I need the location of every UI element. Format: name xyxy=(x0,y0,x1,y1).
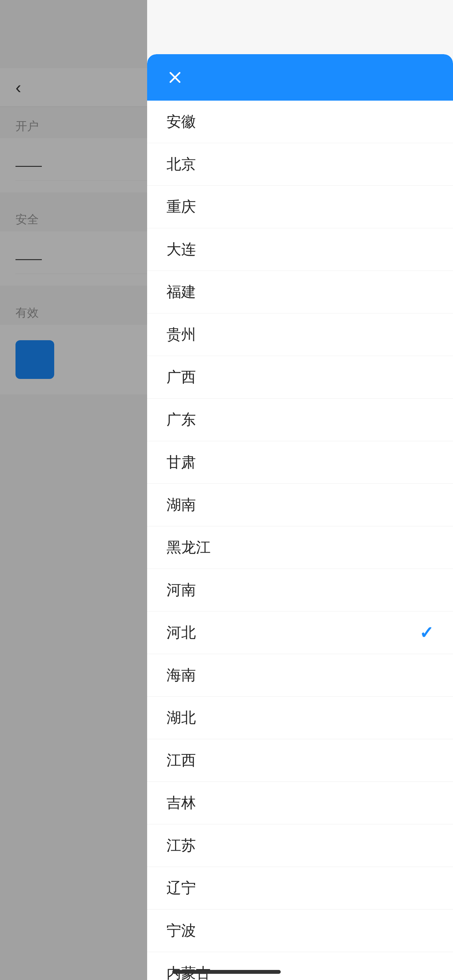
list-item[interactable]: 江苏 xyxy=(147,824,453,867)
list-item[interactable]: 广西 xyxy=(147,356,453,399)
list-item[interactable]: 重庆 xyxy=(147,186,453,228)
list-item[interactable]: 吉林 xyxy=(147,782,453,824)
list-item[interactable]: 湖南 xyxy=(147,484,453,526)
list-item-label: 大连 xyxy=(166,240,196,259)
close-icon xyxy=(167,70,183,85)
list-item-label: 福建 xyxy=(166,282,196,302)
list-item[interactable]: 福建 xyxy=(147,271,453,314)
list-item-label: 吉林 xyxy=(166,793,196,813)
list-item[interactable]: 辽宁 xyxy=(147,867,453,910)
close-button[interactable] xyxy=(163,65,187,90)
list-item-label: 黑龙江 xyxy=(166,538,211,557)
list-item-label: 海南 xyxy=(166,665,196,685)
list-item[interactable]: 黑龙江 xyxy=(147,526,453,569)
list-item[interactable]: 宁波 xyxy=(147,910,453,952)
list-item[interactable]: 河北✓ xyxy=(147,612,453,654)
list-item-label: 湖北 xyxy=(166,708,196,728)
list-item[interactable]: 河南 xyxy=(147,569,453,612)
list-item-label: 甘肃 xyxy=(166,452,196,472)
list-item-label: 广东 xyxy=(166,410,196,430)
list-item-label: 宁波 xyxy=(166,921,196,941)
list-item[interactable]: 北京 xyxy=(147,143,453,186)
list-item-label: 安徽 xyxy=(166,112,196,132)
modal-overlay xyxy=(0,0,147,980)
modal-header xyxy=(147,54,453,101)
list-item-label: 北京 xyxy=(166,154,196,174)
list-item-label: 河南 xyxy=(166,580,196,600)
home-indicator xyxy=(172,970,281,974)
list-item[interactable]: 湖北 xyxy=(147,697,453,739)
list-item-label: 湖南 xyxy=(166,495,196,515)
list-item-label: 河北 xyxy=(166,623,196,642)
list-item[interactable]: 内蒙古 xyxy=(147,952,453,980)
list-item-label: 重庆 xyxy=(166,197,196,217)
list-item-label: 广西 xyxy=(166,367,196,387)
list-item[interactable]: 安徽 xyxy=(147,101,453,143)
list-item-label: 江苏 xyxy=(166,836,196,855)
list-item[interactable]: 大连 xyxy=(147,228,453,271)
list-item[interactable]: 海南 xyxy=(147,654,453,697)
list-item-label: 江西 xyxy=(166,750,196,770)
list-item[interactable]: 甘肃 xyxy=(147,441,453,484)
region-list[interactable]: 安徽北京重庆大连福建贵州广西广东甘肃湖南黑龙江河南河北✓海南湖北江西吉林江苏辽宁… xyxy=(147,101,453,980)
list-item-label: 辽宁 xyxy=(166,878,196,898)
list-item-label: 贵州 xyxy=(166,325,196,344)
list-item[interactable]: 江西 xyxy=(147,739,453,782)
region-picker-modal: 安徽北京重庆大连福建贵州广西广东甘肃湖南黑龙江河南河北✓海南湖北江西吉林江苏辽宁… xyxy=(147,54,453,980)
list-item[interactable]: 广东 xyxy=(147,399,453,441)
list-item[interactable]: 贵州 xyxy=(147,314,453,356)
selected-checkmark: ✓ xyxy=(419,623,434,642)
